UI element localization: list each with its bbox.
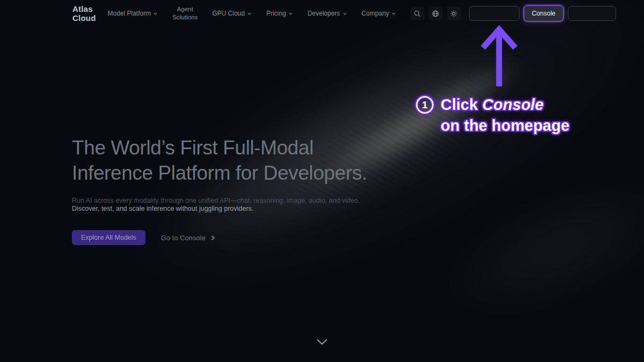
language-button[interactable] <box>429 6 443 20</box>
hero-title-line1: The World’s First Full-Modal <box>72 135 367 160</box>
annotation-text-line2: on the homepage <box>441 117 569 134</box>
nav-item-label: Model Platform <box>107 10 151 17</box>
nav-item-label: Company <box>362 10 389 17</box>
nav-item-model-platform[interactable]: Model Platform <box>107 10 158 17</box>
nav-item-label: Pricing <box>266 10 286 17</box>
annotation-text-emphasis: Console <box>482 96 543 113</box>
annotation-text: Click Console on the homepage <box>441 94 569 136</box>
annotation-step: 1 Click Console on the homepage <box>416 94 569 136</box>
chevron-down-icon <box>315 338 329 346</box>
annotation-text-before: Click <box>441 96 478 113</box>
nav-outline-button-right[interactable] <box>568 6 616 21</box>
globe-icon <box>431 10 440 18</box>
hero-section: The World’s First Full-Modal Inference P… <box>72 135 367 245</box>
arrow-up-icon <box>479 25 519 88</box>
go-to-console-label: Go to Console <box>161 234 206 242</box>
nav-item-developers[interactable]: Developers <box>308 10 347 17</box>
top-nav: Atlas Cloud Model Platform Agent Solutio… <box>0 0 644 27</box>
nav-item-company[interactable]: Company <box>362 10 396 17</box>
console-button[interactable]: Console <box>524 5 564 21</box>
hero-subtitle: Run AI across every modality through one… <box>72 197 367 213</box>
nav-item-label: GPU Cloud <box>213 10 245 17</box>
chevron-right-icon <box>210 235 216 241</box>
hero-subtitle-line1: Run AI across every modality through one… <box>72 197 367 205</box>
chevron-down-icon <box>153 11 158 16</box>
chevron-down-icon <box>288 11 293 16</box>
scroll-down-button[interactable] <box>315 338 329 348</box>
hero-subtitle-line2: Discover, test, and scale inference with… <box>72 205 367 213</box>
hero-cta-row: Explore All Models Go to Console <box>72 230 367 245</box>
nav-right-cluster: Console <box>411 5 616 21</box>
explore-all-models-button[interactable]: Explore All Models <box>72 230 145 245</box>
search-button[interactable] <box>411 6 425 20</box>
nav-item-label: Developers <box>308 10 340 17</box>
nav-outline-button-left[interactable] <box>469 6 519 21</box>
nav-item-agent-solutions[interactable]: Agent Solutions <box>172 5 197 21</box>
hero-title-line2: Inference Platform for Developers. <box>72 160 367 186</box>
step-number: 1 <box>422 99 428 111</box>
nav-item-gpu-cloud[interactable]: GPU Cloud <box>213 10 252 17</box>
chevron-down-icon <box>247 11 252 16</box>
chevron-down-icon <box>391 11 396 16</box>
nav-item-pricing[interactable]: Pricing <box>266 10 293 17</box>
search-icon <box>413 10 421 18</box>
theme-toggle-button[interactable] <box>447 6 461 20</box>
annotation-arrow-up <box>479 25 519 90</box>
step-number-badge: 1 <box>416 96 434 114</box>
chevron-down-icon <box>342 11 347 16</box>
brand-logo[interactable]: Atlas Cloud <box>72 4 96 23</box>
go-to-console-link[interactable]: Go to Console <box>161 234 216 242</box>
nav-item-label: Agent Solutions <box>172 5 197 21</box>
hero-title: The World’s First Full-Modal Inference P… <box>72 135 367 186</box>
theme-sun-icon <box>450 10 458 18</box>
homepage: Atlas Cloud Model Platform Agent Solutio… <box>0 0 644 362</box>
